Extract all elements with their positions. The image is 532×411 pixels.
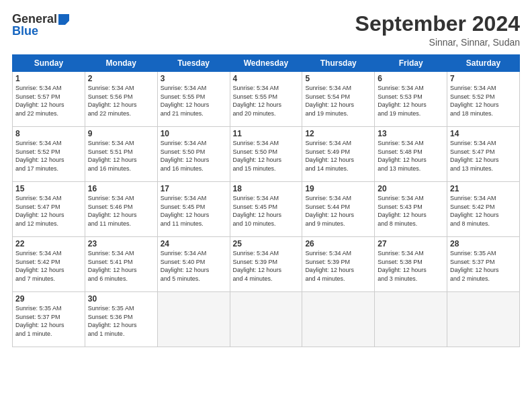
day-15: 15 Sunrise: 5:34 AMSunset: 5:47 PMDaylig… xyxy=(13,182,85,237)
week-1: 1 Sunrise: 5:34 AMSunset: 5:57 PMDayligh… xyxy=(13,72,520,127)
week-4: 22 Sunrise: 5:34 AMSunset: 5:42 PMDaylig… xyxy=(13,237,520,292)
title-block: September 2024 Sinnar, Sinnar, Sudan xyxy=(355,12,520,48)
day-empty-4 xyxy=(375,292,447,347)
location: Sinnar, Sinnar, Sudan xyxy=(355,37,520,48)
week-2: 8 Sunrise: 5:34 AMSunset: 5:52 PMDayligh… xyxy=(13,127,520,182)
logo-icon xyxy=(58,14,69,25)
day-13: 13 Sunrise: 5:34 AMSunset: 5:48 PMDaylig… xyxy=(375,127,447,182)
day-24: 24 Sunrise: 5:34 AMSunset: 5:40 PMDaylig… xyxy=(157,237,230,292)
day-7: 7 Sunrise: 5:34 AMSunset: 5:52 PMDayligh… xyxy=(447,72,520,127)
day-17: 17 Sunrise: 5:34 AMSunset: 5:45 PMDaylig… xyxy=(157,182,230,237)
day-14: 14 Sunrise: 5:34 AMSunset: 5:47 PMDaylig… xyxy=(447,127,520,182)
day-8: 8 Sunrise: 5:34 AMSunset: 5:52 PMDayligh… xyxy=(13,127,85,182)
header: General Blue September 2024 Sinnar, Sinn… xyxy=(12,12,520,48)
month-title: September 2024 xyxy=(355,12,520,36)
day-20: 20 Sunrise: 5:34 AMSunset: 5:43 PMDaylig… xyxy=(375,182,447,237)
day-1: 1 Sunrise: 5:34 AMSunset: 5:57 PMDayligh… xyxy=(13,72,85,127)
logo-blue-text: Blue xyxy=(12,24,38,38)
day-22: 22 Sunrise: 5:34 AMSunset: 5:42 PMDaylig… xyxy=(13,237,85,292)
day-3: 3 Sunrise: 5:34 AMSunset: 5:55 PMDayligh… xyxy=(157,72,230,127)
week-3: 15 Sunrise: 5:34 AMSunset: 5:47 PMDaylig… xyxy=(13,182,520,237)
logo: General Blue xyxy=(12,12,69,38)
col-monday: Monday xyxy=(85,55,157,72)
page: General Blue September 2024 Sinnar, Sinn… xyxy=(0,0,532,411)
col-friday: Friday xyxy=(375,55,447,72)
col-sunday: Sunday xyxy=(13,55,85,72)
day-9: 9 Sunrise: 5:34 AMSunset: 5:51 PMDayligh… xyxy=(85,127,157,182)
day-26: 26 Sunrise: 5:34 AMSunset: 5:39 PMDaylig… xyxy=(302,237,375,292)
day-29: 29 Sunrise: 5:35 AMSunset: 5:37 PMDaylig… xyxy=(13,292,85,347)
day-21: 21 Sunrise: 5:34 AMSunset: 5:42 PMDaylig… xyxy=(447,182,520,237)
day-4: 4 Sunrise: 5:34 AMSunset: 5:55 PMDayligh… xyxy=(230,72,302,127)
col-saturday: Saturday xyxy=(447,55,520,72)
day-11: 11 Sunrise: 5:34 AMSunset: 5:50 PMDaylig… xyxy=(230,127,302,182)
day-27: 27 Sunrise: 5:34 AMSunset: 5:38 PMDaylig… xyxy=(375,237,447,292)
svg-marker-0 xyxy=(58,14,69,25)
day-28: 28 Sunrise: 5:35 AMSunset: 5:37 PMDaylig… xyxy=(447,237,520,292)
calendar-table: Sunday Monday Tuesday Wednesday Thursday… xyxy=(12,54,520,347)
day-19: 19 Sunrise: 5:34 AMSunset: 5:44 PMDaylig… xyxy=(302,182,375,237)
day-empty-5 xyxy=(447,292,520,347)
day-23: 23 Sunrise: 5:34 AMSunset: 5:41 PMDaylig… xyxy=(85,237,157,292)
day-25: 25 Sunrise: 5:34 AMSunset: 5:39 PMDaylig… xyxy=(230,237,302,292)
day-empty-1 xyxy=(157,292,230,347)
col-thursday: Thursday xyxy=(302,55,375,72)
day-30: 30 Sunrise: 5:35 AMSunset: 5:36 PMDaylig… xyxy=(85,292,157,347)
col-tuesday: Tuesday xyxy=(157,55,230,72)
day-10: 10 Sunrise: 5:34 AMSunset: 5:50 PMDaylig… xyxy=(157,127,230,182)
col-wednesday: Wednesday xyxy=(230,55,302,72)
day-16: 16 Sunrise: 5:34 AMSunset: 5:46 PMDaylig… xyxy=(85,182,157,237)
calendar-header-row: Sunday Monday Tuesday Wednesday Thursday… xyxy=(13,55,520,72)
week-5: 29 Sunrise: 5:35 AMSunset: 5:37 PMDaylig… xyxy=(13,292,520,347)
day-18: 18 Sunrise: 5:34 AMSunset: 5:45 PMDaylig… xyxy=(230,182,302,237)
day-5: 5 Sunrise: 5:34 AMSunset: 5:54 PMDayligh… xyxy=(302,72,375,127)
day-2: 2 Sunrise: 5:34 AMSunset: 5:56 PMDayligh… xyxy=(85,72,157,127)
day-12: 12 Sunrise: 5:34 AMSunset: 5:49 PMDaylig… xyxy=(302,127,375,182)
day-empty-3 xyxy=(302,292,375,347)
day-6: 6 Sunrise: 5:34 AMSunset: 5:53 PMDayligh… xyxy=(375,72,447,127)
day-empty-2 xyxy=(230,292,302,347)
